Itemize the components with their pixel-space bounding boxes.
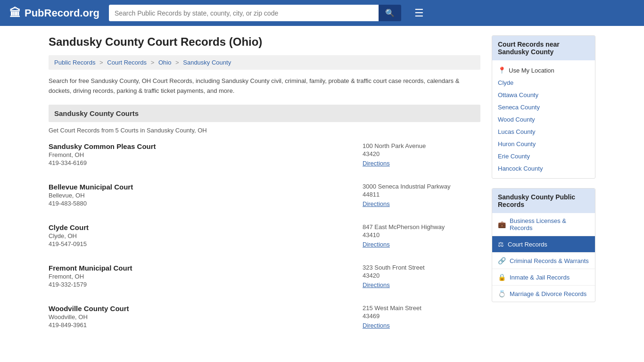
hamburger-icon: ☰ [414,7,424,19]
nearby-link[interactable]: Lucas County [498,128,536,135]
nearby-section: Court Records near Sandusky County 📍 Use… [492,35,595,179]
pub-record-item[interactable]: 💍 Marriage & Divorce Records [492,285,595,302]
nearby-link[interactable]: Erie County [498,153,530,160]
logo-text: PubRecord.org [25,7,99,19]
search-icon: 🔍 [385,9,395,17]
court-right-3: 323 South Front Street 43420 Directions [363,264,480,288]
page-title: Sandusky County Court Records (Ohio) [49,35,480,49]
pub-record-link[interactable]: Business Licenses & Records [510,217,589,231]
page-description: Search for free Sandusky County, OH Cour… [49,76,480,96]
nearby-header: Court Records near Sandusky County [492,36,595,60]
breadcrumb-sandusky-county[interactable]: Sandusky County [183,59,231,66]
nearby-link[interactable]: Hancock County [498,165,543,172]
courts-section-header: Sandusky County Courts [49,105,480,122]
court-name: Woodville County Court [49,304,363,313]
court-left-1: Bellevue Municipal Court Bellevue, OH 41… [49,183,363,207]
nearby-link[interactable]: Huron County [498,140,536,148]
court-left-3: Fremont Municipal Court Fremont, OH 419-… [49,264,363,288]
pub-records-header: Sandusky County Public Records [492,189,595,213]
rec-icon: 💍 [498,290,506,297]
court-name: Bellevue Municipal Court [49,183,363,191]
court-address: 3000 Seneca Industrial Parkway [363,183,480,190]
court-address: 215 West Main Street [363,304,480,312]
nearby-list-item[interactable]: Huron County [492,138,595,150]
court-entry: Bellevue Municipal Court Bellevue, OH 41… [49,183,480,212]
court-entry: Sandusky Common Pleas Court Fremont, OH … [49,142,480,172]
court-name: Sandusky Common Pleas Court [49,142,363,150]
court-address: 323 South Front Street [363,264,480,271]
court-address: 100 North Park Avenue [363,142,480,149]
nearby-link[interactable]: Clyde [498,79,513,86]
pub-record-link[interactable]: Court Records [508,241,547,248]
menu-button[interactable]: ☰ [414,7,424,19]
court-phone: 419-483-5880 [49,200,363,207]
pub-record-item[interactable]: 🔗 Criminal Records & Warrants [492,252,595,269]
courts-list: Sandusky Common Pleas Court Fremont, OH … [49,142,480,334]
logo[interactable]: 🏛 PubRecord.org [9,7,99,20]
court-left-0: Sandusky Common Pleas Court Fremont, OH … [49,142,363,167]
nearby-list-item[interactable]: Erie County [492,150,595,162]
site-header: 🏛 PubRecord.org 🔍 ☰ [0,0,644,26]
court-phone: 419-849-3961 [49,321,363,329]
pub-record-link[interactable]: Marriage & Divorce Records [510,290,586,297]
nearby-list-item[interactable]: Seneca County [492,101,595,113]
directions-link[interactable]: Directions [363,281,390,288]
rec-icon: 🔒 [498,273,506,281]
nearby-list-item[interactable]: Wood County [492,113,595,125]
court-zip: 43420 [363,150,480,157]
court-city: Bellevue, OH [49,192,363,199]
rec-icon: 🔗 [498,257,506,264]
court-right-0: 100 North Park Avenue 43420 Directions [363,142,480,167]
nearby-list-item[interactable]: Clyde [492,76,595,89]
rec-icon: ⚖ [498,240,504,248]
directions-link[interactable]: Directions [363,322,390,329]
court-phone: 419-547-0915 [49,240,363,247]
court-entry: Woodville County Court Woodville, OH 419… [49,304,480,334]
court-name: Fremont Municipal Court [49,264,363,272]
court-right-1: 3000 Seneca Industrial Parkway 44811 Dir… [363,183,480,207]
nearby-link[interactable]: Seneca County [498,104,540,111]
breadcrumb-public-records[interactable]: Public Records [54,59,95,66]
nearby-list-item[interactable]: Lucas County [492,125,595,138]
pub-record-link[interactable]: Inmate & Jail Records [510,274,570,281]
search-input[interactable] [109,5,379,21]
court-phone: 419-334-6169 [49,159,363,166]
court-left-4: Woodville County Court Woodville, OH 419… [49,304,363,329]
court-right-2: 847 East McPherson Highway 43410 Directi… [363,223,480,248]
pub-record-item[interactable]: 💼 Business Licenses & Records [492,213,595,236]
breadcrumb-court-records[interactable]: Court Records [107,59,147,66]
sidebar: Court Records near Sandusky County 📍 Use… [492,35,595,345]
pub-record-link[interactable]: Criminal Records & Warrants [510,257,589,264]
nearby-link[interactable]: Ottawa County [498,91,538,99]
court-address: 847 East McPherson Highway [363,223,480,230]
search-button[interactable]: 🔍 [379,5,401,21]
court-city: Woodville, OH [49,313,363,321]
court-name: Clyde Court [49,223,363,231]
court-zip: 43410 [363,231,480,239]
court-zip: 43469 [363,313,480,320]
court-entry: Fremont Municipal Court Fremont, OH 419-… [49,264,480,293]
court-left-2: Clyde Court Clyde, OH 419-547-0915 [49,223,363,248]
nearby-link[interactable]: Wood County [498,116,535,123]
directions-link[interactable]: Directions [363,200,390,207]
rec-icon: 💼 [498,221,506,228]
pub-records-section: Sandusky County Public Records 💼 Busines… [492,188,595,302]
breadcrumb: Public Records > Court Records > Ohio > … [49,55,480,70]
court-right-4: 215 West Main Street 43469 Directions [363,304,480,329]
directions-link[interactable]: Directions [363,241,390,248]
pub-record-item[interactable]: ⚖ Court Records [492,236,595,252]
pub-records-list: 💼 Business Licenses & Records ⚖ Court Re… [492,213,595,302]
breadcrumb-ohio[interactable]: Ohio [158,59,171,66]
court-city: Clyde, OH [49,232,363,239]
nearby-list-item[interactable]: Ottawa County [492,89,595,101]
court-phone: 419-332-1579 [49,281,363,288]
nearby-list: 📍 Use My Location ClydeOttawa CountySene… [492,60,595,178]
nearby-list-item[interactable]: Hancock County [492,162,595,174]
content-area: Sandusky County Court Records (Ohio) Pub… [49,35,480,345]
directions-link[interactable]: Directions [363,160,390,167]
use-location-item[interactable]: 📍 Use My Location [492,64,595,76]
search-area: 🔍 [109,5,401,21]
location-pin-icon: 📍 [498,66,506,74]
use-location-label: Use My Location [509,67,554,74]
pub-record-item[interactable]: 🔒 Inmate & Jail Records [492,269,595,285]
